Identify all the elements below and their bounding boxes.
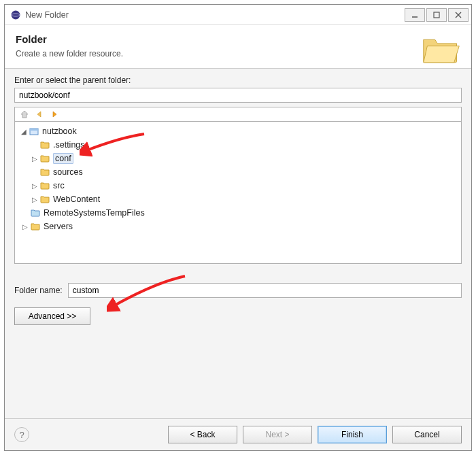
tree-toolbar — [14, 107, 462, 121]
folder-name-input[interactable] — [68, 283, 462, 298]
forward-arrow-icon[interactable] — [49, 109, 60, 120]
tree-label: sources — [53, 167, 83, 177]
titlebar: New Folder — [5, 5, 471, 25]
maximize-button[interactable] — [426, 8, 447, 22]
back-arrow-icon[interactable] — [34, 109, 45, 120]
tree-node-servers[interactable]: ▷ Servers — [16, 220, 460, 233]
tree-collapse-icon[interactable]: ◢ — [19, 128, 29, 135]
folder-icon — [39, 180, 50, 191]
tree-expand-icon[interactable]: ▷ — [30, 155, 39, 163]
dialog-footer: ? < Back Next > Finish Cancel — [5, 418, 471, 450]
folder-icon — [30, 207, 41, 218]
folder-icon — [30, 221, 41, 232]
tree-label: RemoteSystemsTempFiles — [44, 208, 145, 218]
window-title: New Folder — [25, 10, 403, 20]
help-icon[interactable]: ? — [14, 427, 29, 442]
tree-expand-icon[interactable]: ▷ — [20, 223, 30, 231]
close-button[interactable] — [448, 8, 469, 22]
folder-open-icon — [421, 32, 462, 66]
folder-icon — [39, 153, 50, 164]
tree-label: src — [53, 181, 65, 190]
page-subtitle: Create a new folder resource. — [16, 49, 460, 58]
folder-icon — [39, 139, 50, 150]
tree-node-webcontent[interactable]: ▷ WebContent — [16, 192, 460, 206]
tree-expand-icon[interactable]: ▷ — [30, 182, 39, 190]
tree-node-remote[interactable]: RemoteSystemsTempFiles — [16, 206, 460, 220]
tree-label: Servers — [44, 222, 73, 231]
tree-expand-icon[interactable] — [20, 209, 30, 217]
tree-label: WebContent — [53, 195, 100, 204]
tree-node-settings[interactable]: .settings — [16, 138, 460, 152]
minimize-button[interactable] — [405, 8, 425, 22]
tree-node-root[interactable]: ◢ nutzbook — [16, 124, 460, 138]
folder-tree[interactable]: ◢ nutzbook .settings ▷ conf sources ▷ sr… — [14, 121, 462, 264]
tree-label: nutzbook — [42, 127, 77, 136]
parent-folder-label: Enter or select the parent folder: — [14, 75, 462, 85]
cancel-button[interactable]: Cancel — [392, 426, 462, 443]
home-icon[interactable] — [19, 109, 30, 120]
tree-node-src[interactable]: ▷ src — [16, 179, 460, 192]
tree-node-conf[interactable]: ▷ conf — [16, 152, 460, 165]
dialog-window: New Folder Folder Create a new folder re… — [4, 4, 472, 451]
svg-rect-3 — [434, 12, 439, 18]
project-icon — [29, 126, 39, 137]
svg-point-0 — [12, 10, 20, 19]
eclipse-icon — [10, 10, 21, 20]
folder-name-label: Folder name: — [14, 286, 63, 295]
dialog-body: Enter or select the parent folder: ◢ nut… — [5, 69, 471, 418]
page-title: Folder — [16, 33, 460, 45]
tree-expand-icon[interactable]: ▷ — [30, 196, 39, 203]
advanced-button[interactable]: Advanced >> — [14, 307, 90, 325]
folder-icon — [39, 194, 50, 205]
next-button: Next > — [243, 426, 312, 443]
back-button[interactable]: < Back — [168, 426, 237, 443]
tree-label: conf — [53, 153, 73, 164]
tree-label: .settings — [53, 140, 85, 150]
parent-folder-input[interactable] — [14, 88, 462, 103]
svg-rect-5 — [30, 129, 38, 131]
dialog-header: Folder Create a new folder resource. — [5, 25, 471, 69]
finish-button[interactable]: Finish — [318, 426, 387, 443]
tree-node-sources[interactable]: sources — [16, 165, 460, 179]
folder-icon — [39, 167, 50, 178]
